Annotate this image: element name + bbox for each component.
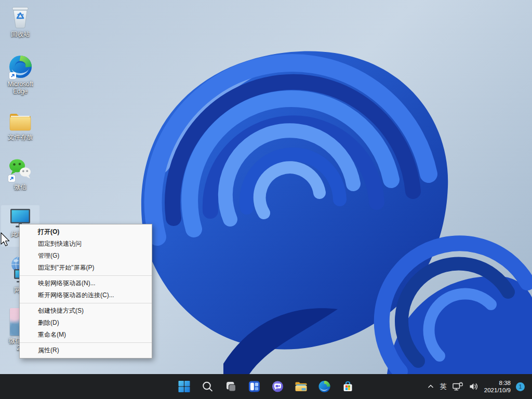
tray-chevron-button[interactable]: [427, 382, 435, 391]
edge-icon: [318, 380, 331, 393]
context-menu-group: 映射网络驱动器(N)... 断开网络驱动器的连接(C)...: [20, 275, 152, 301]
wired-network-icon: [452, 381, 463, 392]
wechat-icon: [7, 155, 33, 182]
task-view-icon: [225, 380, 237, 393]
menu-item-manage[interactable]: 管理(G): [20, 250, 152, 262]
desktop-icon-recycle-bin[interactable]: 回收站: [1, 2, 39, 38]
desktop-icon-folder[interactable]: 文件存放: [1, 105, 39, 141]
widgets-button[interactable]: [244, 376, 265, 397]
menu-item-rename[interactable]: 重命名(M): [20, 329, 152, 341]
tray-time: 8:38: [484, 379, 511, 387]
menu-item-open[interactable]: 打开(O): [20, 226, 152, 238]
menu-item-properties[interactable]: 属性(R): [20, 344, 152, 356]
file-explorer-icon: [295, 380, 308, 393]
store-button[interactable]: [338, 376, 358, 397]
shortcut-arrow-icon: [9, 72, 16, 79]
desktop-icon-edge[interactable]: Microsoft Edge: [1, 52, 39, 95]
icon-label: Microsoft Edge: [1, 81, 39, 95]
menu-item-delete[interactable]: 删除(D): [20, 317, 152, 329]
menu-item-create-shortcut[interactable]: 创建快捷方式(S): [20, 305, 152, 317]
system-tray: 英 8:38 2021/10: [427, 374, 532, 399]
desktop-icon-wechat[interactable]: 微信: [1, 155, 39, 191]
speaker-icon: [469, 381, 479, 392]
mouse-cursor: [1, 232, 11, 248]
context-menu: 打开(O) 固定到快速访问 管理(G) 固定到"开始"屏幕(P) 映射网络驱动器…: [19, 224, 152, 358]
tray-date: 2021/10/9: [484, 387, 511, 394]
desktop[interactable]: 回收站 Microsoft Edge 文件存放: [0, 0, 532, 399]
menu-item-disconnect-network-drive[interactable]: 断开网络驱动器的连接(C)...: [20, 289, 152, 301]
network-tray-button[interactable]: [452, 381, 463, 392]
chat-button[interactable]: [268, 376, 288, 397]
menu-item-pin-quick-access[interactable]: 固定到快速访问: [20, 238, 152, 250]
edge-icon: [8, 52, 33, 79]
task-view-button[interactable]: [221, 376, 242, 397]
microsoft-store-icon: [342, 380, 354, 393]
widgets-icon: [248, 380, 261, 393]
folder-icon: [8, 105, 32, 132]
start-button[interactable]: [174, 376, 195, 397]
icon-label: 回收站: [11, 31, 30, 38]
search-button[interactable]: [197, 376, 218, 397]
clock[interactable]: 8:38 2021/10/9: [484, 379, 511, 394]
menu-item-pin-to-start[interactable]: 固定到"开始"屏幕(P): [20, 262, 152, 274]
icon-label: 微信: [14, 183, 26, 191]
file-explorer-button[interactable]: [291, 376, 312, 397]
shortcut-arrow-icon: [8, 175, 15, 182]
context-menu-group: 属性(R): [20, 342, 152, 356]
taskbar-edge-button[interactable]: [314, 376, 335, 397]
menu-item-map-network-drive[interactable]: 映射网络驱动器(N)...: [20, 277, 152, 289]
notification-badge[interactable]: 1: [516, 382, 525, 391]
icon-label: 文件存放: [8, 134, 33, 141]
chat-icon: [272, 380, 284, 393]
ime-indicator[interactable]: 英: [440, 382, 447, 391]
recycle-bin-icon: [9, 2, 32, 29]
context-menu-group: 创建快捷方式(S) 删除(D) 重命名(M): [20, 303, 152, 341]
taskbar: 英 8:38 2021/10: [0, 374, 532, 399]
context-menu-group: 打开(O) 固定到快速访问 管理(G) 固定到"开始"屏幕(P): [20, 226, 152, 274]
chevron-up-icon: [427, 382, 435, 391]
windows-logo-icon: [178, 380, 191, 393]
volume-tray-button[interactable]: [469, 381, 479, 392]
taskbar-center-icons: [174, 374, 358, 399]
search-icon: [202, 380, 214, 393]
